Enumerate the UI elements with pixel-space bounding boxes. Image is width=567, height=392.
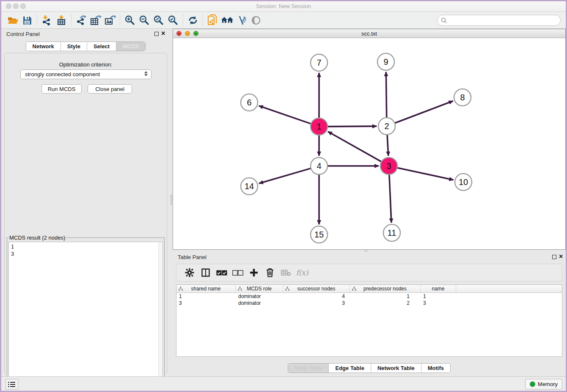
network-graph[interactable]: 7968124314101511: [173, 38, 565, 249]
edge-2-3[interactable]: [387, 135, 388, 156]
clear-checks-icon[interactable]: [230, 266, 246, 279]
result-item[interactable]: 3: [11, 250, 162, 257]
cell-successor-nodes[interactable]: 3: [283, 300, 350, 306]
export-network-icon[interactable]: [74, 14, 88, 27]
mcds-result-group: MCDS result (2 nodes) 13: [7, 235, 165, 392]
result-scrollbar[interactable]: [158, 243, 162, 391]
svg-text:11: 11: [388, 228, 396, 237]
application-window: Session: New Session: [0, 0, 567, 392]
task-history-button[interactable]: [6, 379, 18, 389]
gear-icon[interactable]: [182, 266, 198, 279]
graph-node-6[interactable]: 6: [241, 94, 258, 111]
optimization-dropdown[interactable]: strongly connected component: [20, 69, 151, 79]
add-column-icon[interactable]: [246, 266, 262, 279]
export-image-icon[interactable]: [103, 14, 117, 27]
svg-text:8: 8: [460, 93, 465, 102]
table-row[interactable]: 1dominator411: [176, 293, 562, 300]
result-item[interactable]: 1: [11, 243, 162, 250]
graph-node-1[interactable]: 1: [311, 118, 328, 135]
refresh-layout-icon[interactable]: [186, 14, 200, 27]
edge-1-6[interactable]: [259, 106, 311, 124]
edge-2-8[interactable]: [395, 101, 453, 123]
hierarchy-icon: [285, 287, 289, 291]
export-table-icon[interactable]: [88, 14, 103, 27]
graph-node-11[interactable]: 11: [383, 224, 400, 241]
save-icon[interactable]: [20, 14, 34, 27]
search-icon: [441, 17, 447, 24]
close-panel-icon[interactable]: ×: [161, 30, 165, 37]
tab-edge-table[interactable]: Edge Table: [329, 364, 371, 373]
tab-node-table[interactable]: Node Table: [288, 364, 329, 373]
memory-status-dot: [530, 381, 535, 387]
show-eye-icon[interactable]: [249, 14, 263, 27]
open-folder-icon[interactable]: [6, 14, 20, 27]
graph-node-4[interactable]: 4: [311, 157, 328, 174]
zoom-out-icon[interactable]: [137, 14, 151, 27]
network-canvas[interactable]: 7968124314101511: [173, 38, 565, 249]
close-panel-icon[interactable]: ×: [559, 253, 563, 260]
table-body: 1dominator4113dominator323: [176, 293, 562, 306]
select-all-checks-icon[interactable]: [214, 266, 230, 279]
delete-table-icon-disabled: [278, 266, 294, 279]
cell-predecessor-nodes[interactable]: 2: [350, 300, 421, 306]
tab-style[interactable]: Style: [61, 42, 87, 51]
graph-node-8[interactable]: 8: [454, 89, 471, 106]
list-icon: [8, 381, 16, 387]
hierarchy-icon: [352, 287, 356, 291]
hide-style-eye-icon[interactable]: [234, 14, 249, 27]
search-input[interactable]: [447, 16, 560, 25]
node-table[interactable]: shared nameMCDS rolesuccessor nodesprede…: [176, 284, 562, 357]
graph-node-7[interactable]: 7: [311, 54, 328, 71]
graph-node-9[interactable]: 9: [377, 53, 394, 70]
close-panel-button[interactable]: Close panel: [88, 84, 132, 94]
graph-node-10[interactable]: 10: [455, 174, 472, 190]
delete-column-icon[interactable]: [262, 266, 278, 279]
import-network-icon[interactable]: [40, 14, 54, 27]
run-mcds-button[interactable]: Run MCDS: [41, 84, 82, 94]
float-panel-icon[interactable]: [154, 32, 159, 36]
cell-predecessor-nodes[interactable]: 1: [350, 293, 421, 300]
memory-label: Memory: [538, 381, 558, 387]
zoom-selected-icon[interactable]: [166, 14, 180, 27]
float-panel-icon[interactable]: [552, 255, 556, 259]
graph-node-2[interactable]: 2: [378, 118, 395, 135]
mcds-result-list[interactable]: 13: [8, 242, 163, 391]
tab-mcds[interactable]: MCDS: [116, 42, 145, 51]
tab-select[interactable]: Select: [87, 42, 116, 51]
table-tabs: Node TableEdge TableNetwork TableMotifs: [288, 363, 451, 373]
table-toolbar: f(x): [176, 264, 562, 282]
home-view-icon[interactable]: [220, 14, 234, 27]
edge-3-11[interactable]: [389, 175, 391, 223]
cell-successor-nodes[interactable]: 4: [283, 293, 350, 300]
tab-network-table[interactable]: Network Table: [371, 364, 421, 373]
table-row[interactable]: 3dominator323: [176, 300, 562, 306]
cell-MCDS-role[interactable]: dominator: [236, 300, 283, 306]
memory-button[interactable]: Memory: [525, 379, 562, 389]
column-header-MCDS-role[interactable]: MCDS role: [236, 285, 283, 293]
import-table-icon[interactable]: [54, 14, 69, 27]
cell-shared-name[interactable]: 1: [176, 293, 236, 300]
zoom-in-icon[interactable]: [123, 14, 137, 27]
column-header-name[interactable]: name: [421, 285, 456, 293]
tab-motifs[interactable]: Motifs: [421, 364, 450, 373]
graph-node-15[interactable]: 15: [311, 226, 328, 243]
edge-3-10[interactable]: [398, 168, 454, 180]
edge-2-9[interactable]: [386, 72, 386, 117]
cell-name[interactable]: 1: [421, 293, 456, 300]
column-header-successor-nodes[interactable]: successor nodes: [283, 285, 350, 293]
clone-network-icon[interactable]: [206, 14, 220, 27]
cell-shared-name[interactable]: 3: [176, 300, 236, 306]
graph-node-14[interactable]: 14: [241, 178, 258, 195]
edge-1-2[interactable]: [328, 126, 377, 127]
graph-node-3[interactable]: 3: [380, 157, 397, 174]
column-header-predecessor-nodes[interactable]: predecessor nodes: [350, 285, 421, 293]
edge-3-1[interactable]: [328, 132, 381, 162]
cell-name[interactable]: 3: [421, 300, 456, 306]
column-pane-icon[interactable]: [198, 266, 214, 279]
cell-MCDS-role[interactable]: dominator: [236, 293, 283, 300]
edge-4-14[interactable]: [259, 168, 311, 183]
tab-network[interactable]: Network: [26, 42, 61, 51]
column-header-shared-name[interactable]: shared name: [176, 285, 236, 293]
split-handle[interactable]: [171, 195, 172, 205]
zoom-fit-icon[interactable]: [151, 14, 166, 27]
